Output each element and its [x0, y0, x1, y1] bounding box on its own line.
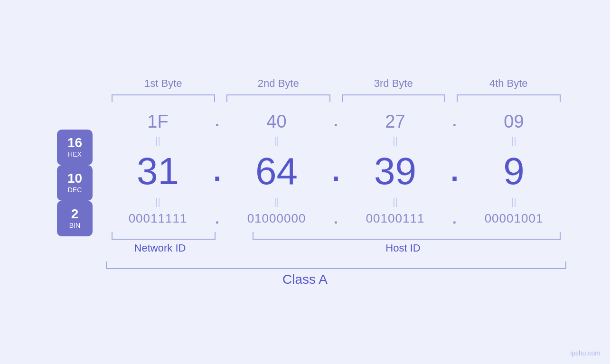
- dec-badge: 10 DEC: [57, 165, 93, 201]
- bin-val-2: 01000000: [247, 211, 306, 225]
- host-id-label: Host ID: [240, 242, 566, 254]
- dot-bin-1: .: [210, 211, 225, 227]
- byte-header-4: 4th Byte: [451, 77, 566, 94]
- bin-val-4: 00001001: [485, 211, 544, 225]
- byte-header-1: 1st Byte: [106, 77, 221, 94]
- network-id-label: Network ID: [106, 242, 215, 254]
- hex-val-4: 09: [504, 112, 524, 131]
- bin-row: 00011111 . 01000000 . 00100111 . 0000100…: [106, 208, 566, 229]
- hex-val-2: 40: [266, 112, 286, 131]
- eq2-3: ||: [343, 196, 448, 207]
- hex-val-1: 1F: [147, 112, 168, 131]
- hex-val-3: 27: [385, 112, 405, 131]
- eq1-2: ||: [225, 135, 329, 146]
- eq2-2: ||: [225, 196, 329, 207]
- bracket-top-2: [226, 94, 330, 102]
- dec-val-4: 9: [503, 150, 525, 192]
- dot-hex-1: .: [210, 113, 225, 130]
- dec-row: 31 . 64 . 39 . 9: [106, 147, 566, 196]
- dec-val-3: 39: [374, 150, 416, 192]
- watermark: ipshu.com: [570, 349, 601, 357]
- bottom-brackets: [106, 229, 566, 240]
- bracket-top-4: [457, 94, 561, 102]
- class-bracket: [106, 261, 566, 269]
- bracket-network: [112, 232, 216, 240]
- dot-dec-3: .: [448, 155, 462, 187]
- byte-header-2: 2nd Byte: [221, 77, 336, 94]
- main-container: 1st Byte 2nd Byte 3rd Byte 4th Byte 16 H…: [44, 77, 566, 287]
- eq2-4: ||: [462, 196, 566, 207]
- dot-dec-1: .: [210, 155, 225, 187]
- class-label: Class A: [44, 272, 566, 287]
- hex-row: 1F . 40 . 27 . 09: [106, 109, 566, 134]
- bracket-top-3: [342, 94, 446, 102]
- bracket-host: [253, 232, 561, 240]
- dot-hex-3: .: [448, 113, 462, 130]
- byte-header-3: 3rd Byte: [336, 77, 451, 94]
- dec-val-1: 31: [137, 150, 179, 192]
- equals-row-2: || || || ||: [106, 196, 566, 208]
- eq1-4: ||: [462, 135, 566, 146]
- hex-badge: 16 HEX: [57, 130, 93, 165]
- bin-val-3: 00100111: [366, 211, 425, 225]
- badges-column: 16 HEX 10 DEC 2 BIN: [44, 125, 106, 241]
- dot-dec-2: .: [329, 155, 343, 187]
- dot-hex-2: .: [329, 113, 343, 130]
- eq1-3: ||: [343, 135, 448, 146]
- equals-row-1: || || || ||: [106, 134, 566, 147]
- dot-bin-3: .: [448, 211, 462, 227]
- dec-val-2: 64: [255, 150, 298, 192]
- bracket-top-1: [112, 94, 216, 102]
- eq1-1: ||: [106, 135, 210, 146]
- id-labels: Network ID Host ID: [106, 240, 566, 257]
- bin-badge: 2 BIN: [57, 201, 93, 236]
- eq2-1: ||: [106, 196, 210, 207]
- dot-bin-2: .: [329, 211, 343, 227]
- bin-val-1: 00011111: [129, 211, 188, 225]
